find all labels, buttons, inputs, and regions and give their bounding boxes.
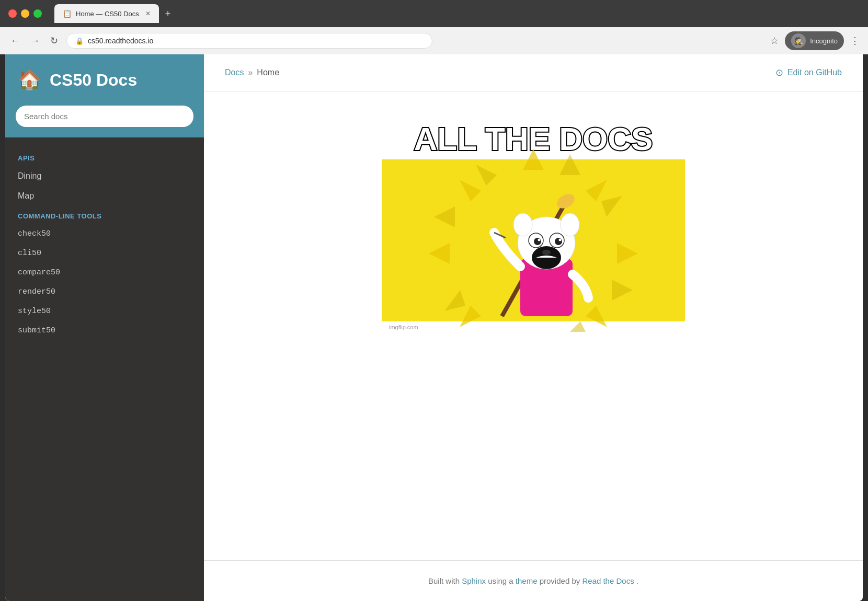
minimize-window-button[interactable] <box>21 9 29 18</box>
back-button[interactable]: ← <box>8 34 22 48</box>
footer-text-middle: using a <box>488 576 516 585</box>
sidebar-title: CS50 Docs <box>50 71 137 90</box>
close-window-button[interactable] <box>8 9 17 18</box>
breadcrumb-current: Home <box>257 68 279 77</box>
url-bar[interactable]: 🔒 cs50.readthedocs.io <box>66 33 432 49</box>
nav-item-submit50[interactable]: submit50 <box>5 321 204 340</box>
home-icon: 🏠 <box>18 69 41 91</box>
address-bar-right: ☆ 🕵️ Incognito ⋮ <box>770 31 860 50</box>
maximize-window-button[interactable] <box>33 9 42 18</box>
sidebar-header: 🏠 CS50 Docs <box>5 54 204 106</box>
tab-bar: 📋 Home — CS50 Docs ✕ + <box>54 4 860 23</box>
svg-point-25 <box>561 213 579 236</box>
nav-item-check50[interactable]: check50 <box>5 224 204 244</box>
active-tab[interactable]: 📋 Home — CS50 Docs ✕ <box>54 4 159 23</box>
nav-item-dining[interactable]: Dining <box>5 166 204 186</box>
footer-rtd-link[interactable]: Read the Docs <box>582 576 634 585</box>
breadcrumb-separator: » <box>248 68 253 77</box>
tab-close-button[interactable]: ✕ <box>145 10 151 17</box>
footer-sphinx-link[interactable]: Sphinx <box>462 576 486 585</box>
incognito-icon: 🕵️ <box>791 33 806 48</box>
browser-window: 📋 Home — CS50 Docs ✕ + ← → ↻ 🔒 cs50.read… <box>0 0 868 54</box>
tab-favicon: 📋 <box>63 9 72 18</box>
window-controls <box>8 9 42 18</box>
incognito-label: Incognito <box>810 37 838 45</box>
footer-period: . <box>636 576 638 585</box>
nav-item-style50[interactable]: style50 <box>5 302 204 321</box>
new-tab-button[interactable]: + <box>161 6 175 21</box>
breadcrumb-docs-link[interactable]: Docs <box>225 68 244 77</box>
github-icon: ⊙ <box>775 67 783 78</box>
page-wrapper: 🏠 CS50 Docs APIS Dining Map COMMAND-LINE… <box>5 54 863 601</box>
nav-section-cli-tools: COMMAND-LINE TOOLS <box>5 206 204 224</box>
breadcrumb: Docs » Home <box>225 68 279 77</box>
content-footer: Built with Sphinx using a theme provided… <box>204 560 863 601</box>
meme-svg: ALL THE DOCS <box>382 112 685 332</box>
footer-text-before: Built with <box>428 576 462 585</box>
nav-item-cli50[interactable]: cli50 <box>5 244 204 263</box>
incognito-area[interactable]: 🕵️ Incognito <box>785 31 844 50</box>
lock-icon: 🔒 <box>75 37 84 45</box>
footer-theme-link[interactable]: theme <box>516 576 538 585</box>
title-bar: 📋 Home — CS50 Docs ✕ + <box>0 0 868 27</box>
nav-item-render50[interactable]: render50 <box>5 282 204 302</box>
address-bar: ← → ↻ 🔒 cs50.readthedocs.io ☆ 🕵️ Incogni… <box>0 27 868 54</box>
content-body: ALL THE DOCS <box>204 91 863 560</box>
bookmark-button[interactable]: ☆ <box>770 35 779 47</box>
reload-button[interactable]: ↻ <box>48 34 60 48</box>
more-options-button[interactable]: ⋮ <box>850 35 860 47</box>
search-input[interactable] <box>16 106 193 127</box>
nav-section-apis: APIS <box>5 148 204 166</box>
edit-github-label: Edit on GitHub <box>787 68 842 77</box>
content-header: Docs » Home ⊙ Edit on GitHub <box>204 54 863 91</box>
nav-item-compare50[interactable]: compare50 <box>5 263 204 282</box>
svg-point-24 <box>513 213 532 236</box>
search-container <box>5 106 204 137</box>
sidebar: 🏠 CS50 Docs APIS Dining Map COMMAND-LINE… <box>5 54 204 601</box>
meme-caption-text: imgflip.com <box>389 324 418 330</box>
url-text: cs50.readthedocs.io <box>88 37 424 45</box>
edit-on-github-link[interactable]: ⊙ Edit on GitHub <box>775 67 842 78</box>
svg-point-29 <box>555 238 562 245</box>
meme-image: ALL THE DOCS <box>382 112 685 332</box>
tab-title: Home — CS50 Docs <box>76 10 139 18</box>
forward-button[interactable]: → <box>28 34 42 48</box>
main-content: Docs » Home ⊙ Edit on GitHub <box>204 54 863 601</box>
nav-item-map[interactable]: Map <box>5 186 204 206</box>
svg-point-28 <box>534 238 541 245</box>
footer-text-after: provided by <box>540 576 583 585</box>
svg-point-30 <box>538 239 541 241</box>
sidebar-nav: APIS Dining Map COMMAND-LINE TOOLS check… <box>5 137 204 601</box>
svg-point-31 <box>559 239 562 241</box>
svg-point-33 <box>542 250 551 255</box>
